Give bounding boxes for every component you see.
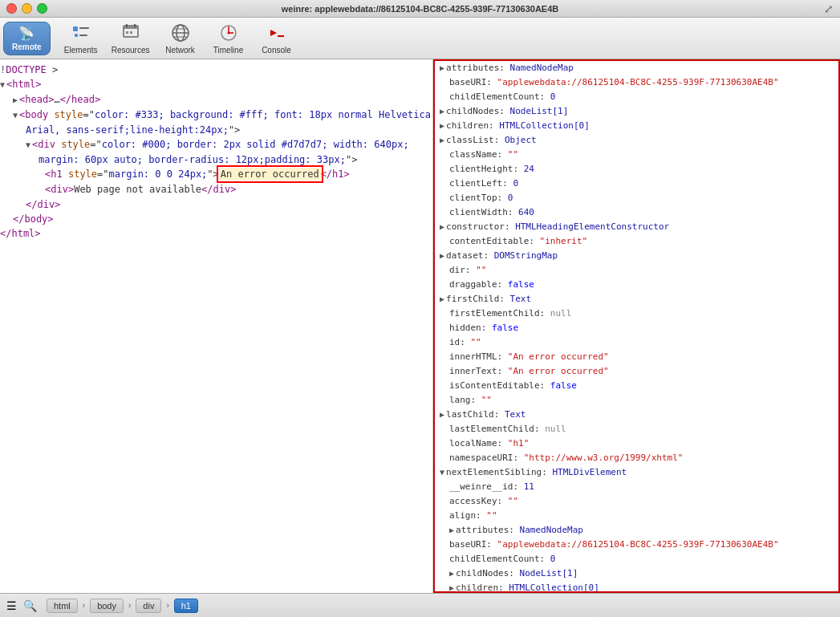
maximize-button[interactable]	[37, 3, 47, 14]
dom-line-div-cont: margin: 60px auto; border-radius: 12px;p…	[0, 152, 432, 167]
prop-lastElementChild: lastElementChild: null	[435, 422, 838, 436]
dom-line-close-html: </html>	[0, 226, 432, 241]
timeline-button[interactable]: Timeline	[205, 20, 253, 57]
prop-lastChild[interactable]: ▶lastChild: Text	[435, 408, 838, 422]
highlighted-text: An error occurred	[219, 168, 321, 181]
prop-weinre-id: __weinre__id: 11	[444, 480, 838, 494]
prop-attributes[interactable]: ▶attributes: NamedNodeMap	[435, 61, 838, 75]
prop-clientHeight: clientHeight: 24	[435, 162, 838, 177]
breadcrumb-h1[interactable]: h1	[174, 599, 198, 613]
dom-line-close-div: </div>	[0, 197, 432, 212]
status-icons: ☰ 🔍	[6, 599, 37, 612]
resources-icon	[120, 22, 142, 44]
breadcrumb-arrow-2: ›	[128, 601, 131, 610]
timeline-label: Timeline	[213, 46, 243, 55]
dom-line-h1[interactable]: ▶<h1 style="margin: 0 0 24px;">An error …	[0, 167, 432, 182]
breadcrumb-arrow-1: ›	[83, 601, 85, 610]
dom-line-body[interactable]: ▼<body style="color: #333; background: #…	[0, 108, 432, 123]
remote-icon: 📡	[15, 26, 38, 41]
prop-firstElementChild: firstElementChild: null	[435, 306, 838, 321]
prop-namespaceURI: namespaceURI: "http://www.w3.org/1999/xh…	[435, 451, 838, 465]
list-icon[interactable]: ☰	[6, 599, 17, 612]
svg-marker-19	[270, 30, 277, 36]
dom-line-close-body: </body>	[0, 212, 432, 226]
prop-clientWidth: clientWidth: 640	[435, 205, 838, 220]
breadcrumb-body[interactable]: body	[90, 599, 124, 613]
elements-label: Elements	[64, 46, 98, 55]
network-label: Network	[165, 46, 195, 55]
svg-point-18	[227, 32, 229, 35]
main-content: !DOCTYPE > ▼<html> ▶<head>…</head> ▼<bod…	[0, 59, 840, 593]
dom-panel[interactable]: !DOCTYPE > ▼<html> ▶<head>…</head> ▼<bod…	[0, 59, 433, 593]
remote-button[interactable]: 📡 Remote	[3, 22, 51, 55]
breadcrumb-arrow-3: ›	[166, 601, 168, 610]
dom-line-inner-div[interactable]: ▶<div>Web page not available</div>	[0, 182, 432, 197]
prop-lang: lang: ""	[435, 393, 838, 408]
prop-draggable: draggable: false	[435, 278, 838, 292]
prop-childElementCount2: childElementCount: 0	[444, 552, 838, 566]
title-bar: weinre: applewebdata://86125104-BC8C-425…	[0, 0, 840, 18]
window-title: weinre: applewebdata://86125104-BC8C-425…	[282, 4, 558, 14]
dom-line-doctype: !DOCTYPE >	[0, 63, 432, 77]
prop-constructor[interactable]: ▶constructor: HTMLHeadingElementConstruc…	[435, 220, 838, 234]
breadcrumb-div[interactable]: div	[136, 599, 161, 613]
elements-icon	[70, 22, 92, 44]
prop-dataset[interactable]: ▶dataset: DOMStringMap	[435, 249, 838, 263]
elements-button[interactable]: Elements	[57, 20, 105, 57]
prop-innerText: innerText: "An error occurred"	[435, 364, 838, 379]
resources-label: Resources	[112, 46, 150, 55]
prop-dir: dir: ""	[435, 263, 838, 278]
prop-innerHTML: innerHTML: "An error occurred"	[435, 350, 838, 364]
close-button[interactable]	[6, 3, 17, 14]
prop-attributes2[interactable]: ▶attributes: NamedNodeMap	[444, 523, 838, 538]
prop-baseURI2: baseURI: "applewebdata://86125104-BC8C-4…	[444, 538, 838, 552]
remote-label: Remote	[12, 43, 42, 51]
prop-id: id: ""	[435, 335, 838, 350]
props-panel[interactable]: ▶attributes: NamedNodeMap baseURI: "appl…	[433, 59, 840, 593]
prop-classList[interactable]: ▶classList: Object	[435, 133, 838, 148]
search-icon[interactable]: 🔍	[23, 599, 37, 612]
prop-hidden: hidden: false	[435, 321, 838, 335]
dom-line-body-cont: Arial, sans-serif;line-height:24px;">	[0, 123, 432, 137]
network-button[interactable]: Network	[156, 20, 205, 57]
prop-className: className: ""	[444, 148, 838, 162]
prop-nextElementSibling[interactable]: ▼nextElementSibling: HTMLDivElement	[435, 465, 838, 480]
svg-rect-9	[130, 31, 132, 34]
status-bar: ☰ 🔍 html › body › div › h1	[0, 593, 840, 617]
dom-line-head[interactable]: ▶<head>…</head>	[0, 92, 432, 108]
prop-localName: localName: "h1"	[435, 436, 838, 451]
prop-children[interactable]: ▶children: HTMLCollection[0]	[435, 119, 838, 133]
resources-button[interactable]: Resources	[105, 20, 156, 57]
svg-rect-3	[79, 35, 87, 36]
svg-rect-2	[75, 34, 78, 37]
prop-children2[interactable]: ▶children: HTMLCollection[0]	[444, 581, 838, 593]
network-icon	[169, 22, 192, 44]
html-triangle[interactable]: ▼	[0, 80, 5, 89]
console-label: Console	[262, 46, 291, 55]
window-controls	[6, 3, 47, 14]
svg-rect-5	[124, 26, 138, 29]
prop-firstChild[interactable]: ▶firstChild: Text	[435, 292, 838, 306]
prop-align: align: ""	[444, 509, 838, 523]
prop-isContentEditable: isContentEditable: false	[435, 379, 838, 393]
body-triangle[interactable]: ▼	[13, 111, 18, 120]
head-triangle[interactable]: ▶	[13, 95, 18, 104]
div-triangle[interactable]: ▼	[26, 140, 30, 149]
console-icon	[266, 22, 288, 44]
svg-rect-1	[79, 27, 89, 29]
dom-line-div[interactable]: ▼<div style="color: #000; border: 2px so…	[0, 137, 432, 152]
prop-clientTop: clientTop: 0	[435, 191, 838, 205]
dom-line-html[interactable]: ▼<html>	[0, 77, 432, 92]
minimize-button[interactable]	[22, 3, 32, 14]
prop-childNodes2[interactable]: ▶childNodes: NodeList[1]	[444, 566, 838, 581]
svg-rect-8	[126, 31, 128, 34]
breadcrumb-html[interactable]: html	[47, 599, 78, 613]
toolbar: 📡 Remote Elements Resources	[0, 18, 840, 59]
console-button[interactable]: Console	[253, 20, 301, 57]
prop-childElementCount: childElementCount: 0	[435, 90, 838, 104]
prop-contentEditable: contentEditable: "inherit"	[435, 234, 838, 249]
timeline-icon	[217, 22, 240, 44]
svg-rect-0	[73, 26, 78, 31]
prop-clientLeft: clientLeft: 0	[435, 177, 838, 191]
prop-childNodes[interactable]: ▶childNodes: NodeList[1]	[435, 104, 838, 119]
